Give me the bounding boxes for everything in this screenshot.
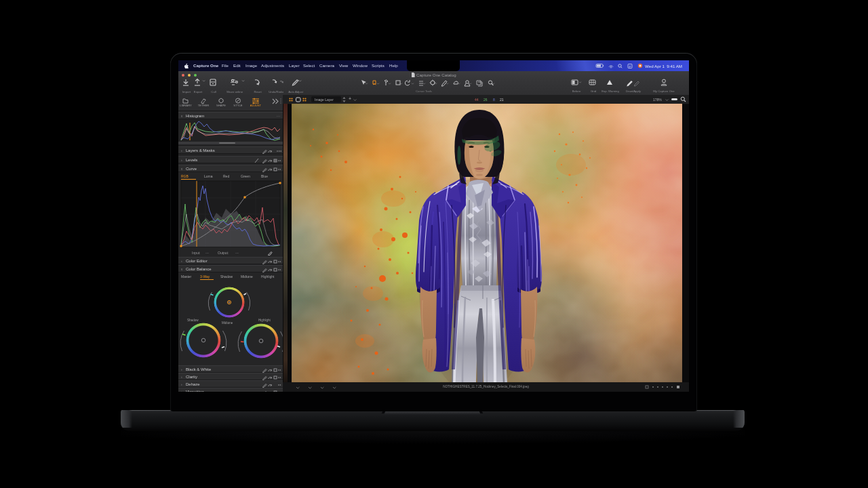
svg-text:Midtone: Midtone [222,321,233,325]
svg-text:Highlight: Highlight [258,319,271,322]
svg-text:Shadow: Shadow [187,319,199,322]
